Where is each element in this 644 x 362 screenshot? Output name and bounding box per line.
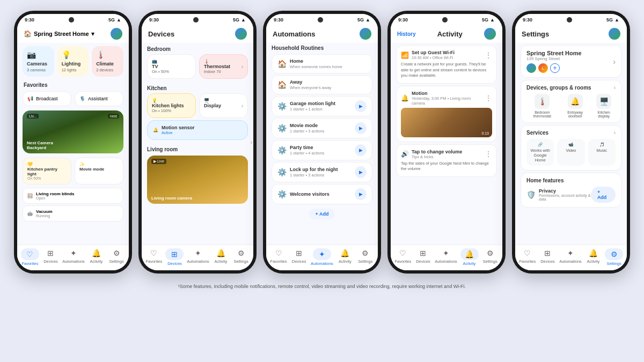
kitchen-display-tile[interactable]: 🖥️ Kitchen display xyxy=(592,94,616,118)
auto-welcome-icon: ⚙️ xyxy=(277,190,287,198)
user-avatar-3[interactable] xyxy=(360,28,371,40)
movie-mode-tile[interactable]: ✨ Movie mode xyxy=(75,158,123,184)
google-home-icon: 🔗 xyxy=(538,142,543,147)
nav-automations-2[interactable]: ✦ Automations xyxy=(187,248,209,264)
nav-favorites[interactable]: ♡ Favorites xyxy=(21,248,39,266)
nav-settings-3[interactable]: ⚙ Settings xyxy=(357,248,374,264)
play-btn-movie[interactable]: ▶ xyxy=(355,122,367,134)
nav-devices-1[interactable]: ⊞ Devices xyxy=(42,248,59,264)
nav-favorites-4[interactable]: ♡ Favorites xyxy=(394,248,412,264)
nav-devices-2[interactable]: ⊞ Devices xyxy=(165,248,184,266)
more-icon-1[interactable]: ⋮ xyxy=(485,51,492,60)
more-icon-3[interactable]: ⋮ xyxy=(485,150,492,158)
music-tile[interactable]: 🎵 Music xyxy=(588,139,616,166)
add-automation-btn[interactable]: + Add xyxy=(309,209,335,219)
climate-icon: 🌡️ xyxy=(96,50,119,59)
play-btn-garage[interactable]: ▶ xyxy=(355,100,367,112)
disclaimer-text: ¹Some features, including mobile notific… xyxy=(167,279,477,294)
more-icon-2[interactable]: ⋮ xyxy=(485,94,492,102)
nav-favorites-5[interactable]: ♡ Favorites xyxy=(519,248,536,264)
history-tab[interactable]: History xyxy=(397,31,415,37)
play-btn-party[interactable]: ▶ xyxy=(355,144,367,156)
automations-title: Automations xyxy=(273,30,315,38)
nav-devices-5[interactable]: ⊞ Devices xyxy=(539,248,556,264)
auto-home[interactable]: 🏠 Home When someone comes home xyxy=(272,54,372,73)
settings-header: Settings xyxy=(515,24,627,43)
status-right-1: 5G ▲ xyxy=(108,17,121,23)
user-avatar-5[interactable] xyxy=(609,28,620,40)
auto-movie[interactable]: ⚙️ Movie mode 1 starter • 3 actions ▶ xyxy=(272,118,372,138)
tile-cameras[interactable]: 📷 Cameras 3 cameras xyxy=(23,46,54,77)
add-privacy-btn[interactable]: + Add xyxy=(591,187,616,203)
tv-card[interactable]: 📺 TV On • 50% xyxy=(147,54,196,79)
home-icon: 🏠 xyxy=(24,30,32,38)
play-btn-lockup[interactable]: ▶ xyxy=(355,166,367,178)
user-av-l: L xyxy=(538,63,548,73)
display-card[interactable]: 🖥️ Display › xyxy=(199,93,248,118)
assistant-tile[interactable]: 🎙️ Assistant xyxy=(75,91,123,106)
auto-away[interactable]: 🏠 Away When everyone's away xyxy=(272,75,372,94)
add-user-btn[interactable]: + xyxy=(550,63,560,73)
nav-activity-5[interactable]: 🔔 Activity xyxy=(585,248,602,264)
user-avatar-1[interactable] xyxy=(111,28,122,40)
blinds-item[interactable]: 🪟 Living room blinds Open xyxy=(23,188,123,204)
bedroom-thermostat-tile[interactable]: 🌡️ Bedroom thermostat xyxy=(526,94,558,118)
nav-settings-2[interactable]: ⚙ Settings xyxy=(232,248,250,264)
automations-list: 🏠 Home When someone comes home 🏠 xyxy=(266,52,378,206)
nav-bar-4: ♡ Favorites ⊞ Devices ✦ Automations 🔔 Ac… xyxy=(391,245,502,270)
living-camera[interactable]: ▶ Live Living room camera xyxy=(147,156,248,204)
play-btn-welcome[interactable]: ▶ xyxy=(355,188,367,200)
nav-activity-3[interactable]: 🔔 Activity xyxy=(336,248,354,264)
nav-activity-2[interactable]: 🔔 Activity xyxy=(213,248,230,264)
lighting-icon: 💡 xyxy=(62,50,85,59)
nav-settings-5[interactable]: ⚙ Settings xyxy=(605,248,623,266)
home-title[interactable]: 🏠 Spring Street Home ▾ xyxy=(24,30,94,38)
vacuum-icon: 🤖 xyxy=(27,211,33,216)
vacuum-item[interactable]: 🤖 Vacuum Running xyxy=(23,205,123,221)
user-avatar-4[interactable] xyxy=(484,28,496,40)
user-avatar-2[interactable] xyxy=(235,28,247,40)
tile-lighting[interactable]: 💡 Lighting 12 lights xyxy=(57,46,89,77)
motion-card[interactable]: 🔔 Motion Yesterday, 3:00 PM • Living roo… xyxy=(396,86,497,142)
auto-party[interactable]: ⚙️ Party time 1 starter • 4 actions ▶ xyxy=(272,140,372,160)
auto-garage[interactable]: ⚙️ Garage motion light 1 starter • 1 act… xyxy=(272,96,372,116)
category-tiles: 📷 Cameras 3 cameras 💡 Lighting 12 lights… xyxy=(17,43,129,80)
living-camera-label: Living room camera xyxy=(151,196,192,201)
motion-image: 0:13 xyxy=(401,108,492,137)
movie-icon: ✨ xyxy=(79,162,85,167)
nav-automations-3[interactable]: ✦ Automations xyxy=(311,248,333,266)
nav-activity-1[interactable]: 🔔 Activity xyxy=(88,248,105,264)
broadcast-tile[interactable]: 📢 Broadcast xyxy=(23,91,71,106)
nav-automations-1[interactable]: ✦ Automations xyxy=(62,248,85,264)
nav-favorites-3[interactable]: ♡ Favorites xyxy=(270,248,287,264)
services-arrow[interactable]: › xyxy=(614,130,616,136)
kitchen-lights-card[interactable]: 💡 Kitchen lights On • 100% xyxy=(147,93,196,118)
motion-sensor-card[interactable]: 🔔 Motion sensor Active › xyxy=(147,120,248,140)
nav-devices-3[interactable]: ⊞ Devices xyxy=(290,248,308,264)
settings-home-card[interactable]: Spring Street Home 135 Spring Street L +… xyxy=(521,45,621,78)
nav-settings-4[interactable]: ⚙ Settings xyxy=(481,248,499,264)
works-google-home-tile[interactable]: 🔗 Works with Google Home xyxy=(526,139,554,166)
nav-bar-5: ♡ Favorites ⊞ Devices ✦ Automations 🔔 Ac… xyxy=(515,245,627,270)
auto-welcome[interactable]: ⚙️ Welcome visitors ▶ xyxy=(272,184,372,204)
auto-lockup[interactable]: ⚙️ Lock up for the night 1 starter • 3 a… xyxy=(272,162,372,182)
nav-activity-4[interactable]: 🔔 Activity xyxy=(460,248,479,266)
nav-favorites-2[interactable]: ♡ Favorites xyxy=(145,248,163,264)
blinds-icon: 🪟 xyxy=(27,194,33,198)
guest-wifi-card[interactable]: 📶 Set up Guest Wi-Fi 10:30 AM • Office W… xyxy=(396,45,497,84)
nav-automations-5[interactable]: ✦ Automations xyxy=(559,248,582,264)
entryway-doorbell-tile[interactable]: 🔔 Entryway doorbell xyxy=(561,94,589,118)
nav-settings-1[interactable]: ⚙ Settings xyxy=(108,248,125,264)
kitchen-pantry-tile[interactable]: 💛 Kitchen pantry light On 50% xyxy=(23,158,71,184)
camera-preview[interactable]: Liv... nest Nest Camera Backyard xyxy=(23,110,123,153)
bedroom-section: Bedroom 📺 TV On • 50% 🌡️ Thermostat Indo… xyxy=(142,43,253,82)
nav-devices-4[interactable]: ⊞ Devices xyxy=(414,248,431,264)
thermostat-card[interactable]: 🌡️ Thermostat Indoor 70 › xyxy=(199,54,248,79)
video-tile[interactable]: 📹 Video xyxy=(557,139,584,166)
nav-automations-4[interactable]: ✦ Automations xyxy=(435,248,457,264)
tv-icon: 📺 xyxy=(152,59,157,64)
volume-card[interactable]: 🔊 Tap to change volume Tips & tricks ⋮ T… xyxy=(396,144,497,177)
tile-climate[interactable]: 🌡️ Climate 2 devices xyxy=(92,46,123,77)
dgr-arrow[interactable]: › xyxy=(614,85,616,91)
devices-title: Devices xyxy=(148,30,174,38)
